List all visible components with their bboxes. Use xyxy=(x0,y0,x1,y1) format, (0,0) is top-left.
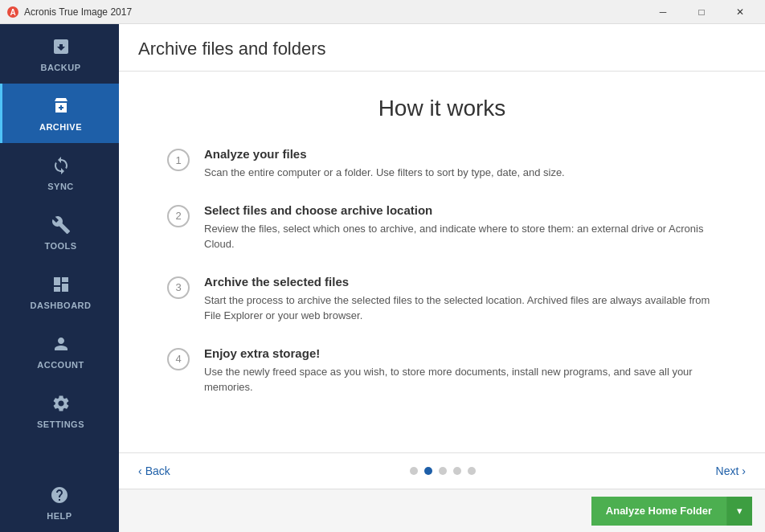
step-desc-4: Use the newly freed space as you wish, t… xyxy=(204,364,717,395)
next-button[interactable]: Next › xyxy=(716,464,746,477)
step-number-2: 2 xyxy=(167,205,190,227)
tools-icon xyxy=(50,214,72,236)
step-content-2: Select files and choose archive location… xyxy=(204,203,717,252)
step-content-1: Analyze your files Scan the entire compu… xyxy=(204,147,717,181)
step-content-3: Archive the selected files Start the pro… xyxy=(204,275,717,324)
step-title-4: Enjoy extra storage! xyxy=(204,346,717,360)
dropdown-chevron-icon: ▾ xyxy=(737,505,742,517)
backup-icon xyxy=(50,35,72,58)
step-2: 2 Select files and choose archive locati… xyxy=(167,203,717,252)
minimize-button[interactable]: ─ xyxy=(644,0,681,24)
step-number-3: 3 xyxy=(167,276,190,299)
dot-3 xyxy=(439,467,447,475)
analyze-home-folder-button[interactable]: Analyze Home Folder xyxy=(591,497,726,526)
step-title-2: Select files and choose archive location xyxy=(204,203,717,217)
sidebar-label-tools: TOOLS xyxy=(44,241,76,251)
step-desc-1: Scan the entire computer or a folder. Us… xyxy=(204,165,717,181)
section-title: How it works xyxy=(167,96,717,121)
step-4: 4 Enjoy extra storage! Use the newly fre… xyxy=(167,346,717,395)
sidebar-item-sync[interactable]: SYNC xyxy=(0,143,119,203)
maximize-button[interactable]: □ xyxy=(683,0,720,24)
step-number-4: 4 xyxy=(167,348,190,370)
sidebar-label-archive: ARCHIVE xyxy=(39,122,82,132)
close-button[interactable]: ✕ xyxy=(722,0,759,24)
next-chevron-icon: › xyxy=(742,464,746,477)
dashboard-icon xyxy=(50,273,72,296)
sidebar-item-dashboard[interactable]: DASHBOARD xyxy=(0,262,119,321)
sidebar-item-backup[interactable]: BACKUP xyxy=(0,24,119,84)
dot-5 xyxy=(468,467,476,475)
dot-1 xyxy=(410,467,418,475)
sidebar-label-sync: SYNC xyxy=(47,182,74,191)
account-icon xyxy=(50,333,72,355)
step-title-1: Analyze your files xyxy=(204,147,717,161)
window-controls: ─ □ ✕ xyxy=(644,0,759,24)
sidebar-item-help[interactable]: HELP xyxy=(0,473,119,532)
dot-2 xyxy=(424,467,432,475)
footer: ‹ Back Next › xyxy=(119,452,765,489)
pagination-dots xyxy=(410,467,476,475)
next-label: Next xyxy=(716,464,739,477)
page-title: Archive files and folders xyxy=(138,39,746,59)
sync-icon xyxy=(50,154,72,177)
help-icon xyxy=(48,484,71,506)
main-content: Archive files and folders How it works 1… xyxy=(119,24,765,532)
step-desc-3: Start the process to archive the selecte… xyxy=(204,293,717,324)
sidebar-label-account: ACCOUNT xyxy=(37,360,84,370)
bottom-bar: Analyze Home Folder ▾ xyxy=(119,489,765,532)
step-content-4: Enjoy extra storage! Use the newly freed… xyxy=(204,346,717,395)
archive-icon xyxy=(50,95,72,117)
step-3: 3 Archive the selected files Start the p… xyxy=(167,275,717,324)
app-title: Acronis True Image 2017 xyxy=(24,6,644,18)
sidebar-item-archive[interactable]: ARCHIVE xyxy=(0,84,119,143)
main-header: Archive files and folders xyxy=(119,24,765,72)
app-icon: A xyxy=(6,6,19,18)
step-number-1: 1 xyxy=(167,149,190,171)
analyze-dropdown-button[interactable]: ▾ xyxy=(726,497,752,526)
sidebar-label-settings: SETTINGS xyxy=(37,419,84,429)
sidebar-label-dashboard: DASHBOARD xyxy=(31,301,92,310)
back-button[interactable]: ‹ Back xyxy=(138,464,170,477)
settings-icon xyxy=(50,392,72,415)
dot-4 xyxy=(453,467,461,475)
sidebar-item-settings[interactable]: SETTINGS xyxy=(0,381,119,440)
app-body: BACKUP ARCHIVE SYNC TOOLS DASHBOARD xyxy=(0,24,765,532)
sidebar-item-tools[interactable]: TOOLS xyxy=(0,203,119,262)
svg-text:A: A xyxy=(10,8,15,17)
step-title-3: Archive the selected files xyxy=(204,275,717,289)
sidebar-help-label: HELP xyxy=(47,511,72,521)
back-chevron-icon: ‹ xyxy=(138,464,142,477)
back-label: Back xyxy=(145,464,170,477)
step-desc-2: Review the files, select which ones to a… xyxy=(204,221,717,252)
content-area: How it works 1 Analyze your files Scan t… xyxy=(119,72,765,452)
sidebar: BACKUP ARCHIVE SYNC TOOLS DASHBOARD xyxy=(0,24,119,532)
sidebar-item-account[interactable]: ACCOUNT xyxy=(0,321,119,381)
titlebar: A Acronis True Image 2017 ─ □ ✕ xyxy=(0,0,765,24)
sidebar-label-backup: BACKUP xyxy=(40,63,80,72)
step-1: 1 Analyze your files Scan the entire com… xyxy=(167,147,717,181)
